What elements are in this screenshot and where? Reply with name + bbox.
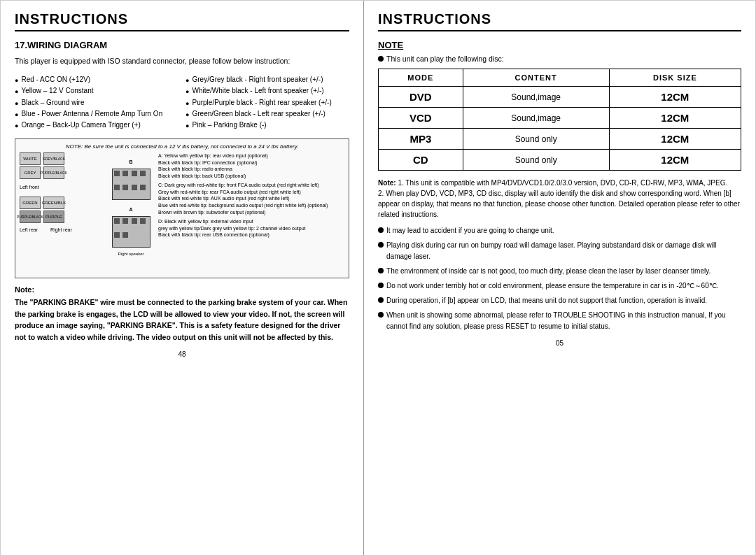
cd-mode: CD <box>379 150 463 171</box>
bullet-text-2: The environment of inside car is not goo… <box>386 266 710 277</box>
right-page-number: 05 <box>378 339 741 347</box>
right-speaker-label: Right speaker <box>118 252 144 256</box>
bullet-text-1: Playing disk during car run on bumpy roa… <box>386 240 741 262</box>
connector-label-b: B <box>129 159 132 164</box>
bullet-icon <box>378 297 384 303</box>
bullets-right: ●Grey/Grey black - Right front speaker (… <box>186 74 349 131</box>
speaker-boxes: WHITE GREY GREY/BLACK PURPLE/BLACK Left … <box>20 152 104 256</box>
left-page-number: 48 <box>15 350 349 358</box>
wire-note-3: Black with black tip: back USB (optional… <box>158 173 344 180</box>
bullet-item: ●Grey/Grey black - Right front speaker (… <box>186 74 349 85</box>
table-row: VCD Sound,image 12CM <box>379 108 741 129</box>
col-mode: MODE <box>379 69 463 87</box>
speaker-row: WHITE GREY GREY/BLACK PURPLE/BLACK <box>20 152 104 179</box>
wire-note-6: Black with red-white tip: AUX audio inpu… <box>158 195 344 202</box>
parking-brake-note: The "PARKING BRAKE" wire must be connect… <box>15 297 349 343</box>
bullet-item: ●Purple/Purple black - Right rear speake… <box>186 97 349 108</box>
speaker-row-2: GREEN PURPLE/BLACK GREEN/BLK PURPLE <box>20 197 104 223</box>
wire-note-1: Black with black tip: IPC connection (op… <box>158 159 344 166</box>
bullets-left: ●Red - ACC ON (+12V) ●Yellow – 12 V Cons… <box>15 74 178 131</box>
section-title: 17.WIRING DIAGRAM <box>15 40 349 50</box>
bullet-icon <box>378 268 384 273</box>
bullet-section: ●Red - ACC ON (+12V) ●Yellow – 12 V Cons… <box>15 74 349 131</box>
wire-note-10: grey with yellow tip/Dark grey with yell… <box>158 225 344 232</box>
right-bullet-3: Do not work under terribly hot or cold e… <box>378 280 741 292</box>
connector-section: B A <box>106 159 155 256</box>
cd-content: Sound only <box>463 150 609 171</box>
wire-note-4: C: Dark grey with red-white tip: front F… <box>158 182 344 189</box>
right-bullet-5: When unit is showing some abnormal, plea… <box>378 310 741 332</box>
right-bullet-2: The environment of inside car is not goo… <box>378 266 741 277</box>
speaker-box: GREY <box>20 166 41 179</box>
bullet-item: ●Red - ACC ON (+12V) <box>15 74 178 85</box>
table-row: DVD Sound,image 12CM <box>379 87 741 108</box>
bullet-item: ●Blue - Power Antenna / Remote Amp Turn … <box>15 108 178 120</box>
parking-note-section: Note: The "PARKING BRAKE" wire must be c… <box>15 285 349 343</box>
left-header: INSTRUCTIONS <box>15 11 349 31</box>
disc-table: MODE CONTENT DISK SIZE DVD Sound,image 1… <box>378 69 741 171</box>
right-header: INSTRUCTIONS <box>378 11 741 31</box>
speaker-labels: Left rear Right rear <box>20 227 104 232</box>
mp3-mode: MP3 <box>379 129 463 150</box>
bullet-item: ●Yellow – 12 V Constant <box>15 85 178 97</box>
right-column: INSTRUCTIONS NOTE This unit can play the… <box>364 1 755 555</box>
bullet-text-4: During operation, if [b] appear on LCD, … <box>386 295 707 306</box>
speaker-box-front: GREY/BLACK <box>43 152 64 165</box>
speaker-box: WHITE <box>20 152 41 165</box>
bullet-item: ●Green/Green black - Left rear speaker (… <box>186 108 349 120</box>
col-disksize: DISK SIZE <box>609 69 741 87</box>
bullet-item: ●Orange – Back-Up Camera Trigger (+) <box>15 120 178 131</box>
left-front-label: Left front <box>20 185 104 190</box>
dvd-content: Sound,image <box>463 87 609 108</box>
right-bullet-1: Playing disk during car run on bumpy roa… <box>378 240 741 262</box>
bullet-item: ●Pink – Parking Brake (-) <box>186 120 349 131</box>
bullet-icon <box>378 312 384 318</box>
compat-note-label: Note: <box>378 179 396 187</box>
compat-note: Note: 1. This unit is compatible with MP… <box>378 178 741 220</box>
speaker-box-rear: PURPLE/BLACK <box>43 166 64 179</box>
connector-label-a: A <box>129 207 132 212</box>
left-column: INSTRUCTIONS 17.WIRING DIAGRAM This play… <box>1 1 364 555</box>
right-bullet-4: During operation, if [b] appear on LCD, … <box>378 295 741 306</box>
speaker-group: WHITE GREY <box>20 152 41 179</box>
wire-note-2: Black with black tip: radio antenna <box>158 166 344 173</box>
diagram-note: NOTE: Be sure the unit is connected to a… <box>20 143 344 150</box>
cd-size: 12CM <box>609 150 741 171</box>
dvd-mode: DVD <box>379 87 463 108</box>
green-speaker: GREEN <box>20 197 41 209</box>
wire-note-0: A: Yellow with yellow tip: rear video in… <box>158 152 344 159</box>
bullet-text-5: When unit is showing some abnormal, plea… <box>386 310 741 332</box>
speaker-group-3: GREEN PURPLE/BLACK <box>20 197 41 223</box>
mp3-content: Sound only <box>463 129 609 150</box>
bullet-icon <box>378 227 384 233</box>
wire-note-11: Black with black tip: rear USB connectio… <box>158 231 344 238</box>
intro-text: This player is equipped with ISO standar… <box>15 56 349 67</box>
bullet-text-0: It may lead to accident if you are going… <box>386 225 554 236</box>
wire-notes: A: Yellow with yellow tip: rear video in… <box>158 152 344 256</box>
vcd-size: 12CM <box>609 108 741 129</box>
wire-note-8: Brown with brown tip: subwoofer output (… <box>158 209 344 216</box>
bullet-dot-icon <box>378 56 384 62</box>
speaker-group-2: GREY/BLACK PURPLE/BLACK <box>43 152 64 179</box>
bullet-icon <box>378 283 384 288</box>
wiring-diagram: NOTE: Be sure the unit is connected to a… <box>15 138 349 278</box>
connector-b <box>112 169 150 200</box>
connector-a <box>112 216 150 248</box>
wire-note-7: Blue with red-white tip: background audi… <box>158 202 344 209</box>
green-black-speaker: GREEN/BLK <box>43 197 64 209</box>
table-row: MP3 Sound only 12CM <box>379 129 741 150</box>
wire-note-5: Grey with red-white tip: rear FCA audio … <box>158 189 344 196</box>
disc-intro-text: This unit can play the following disc: <box>386 55 504 63</box>
note-heading: NOTE <box>378 40 741 50</box>
disc-intro: This unit can play the following disc: <box>378 55 741 63</box>
col-content: CONTENT <box>463 69 609 87</box>
diagram-inner: WHITE GREY GREY/BLACK PURPLE/BLACK Left … <box>20 152 344 256</box>
bullet-item: ●Black – Ground wire <box>15 97 178 108</box>
note-title: Note: <box>15 285 349 294</box>
wire-note-9: D: Black with yellow tip: external video… <box>158 218 344 225</box>
bullet-icon <box>378 242 384 248</box>
bullet-text-3: Do not work under terribly hot or cold e… <box>386 280 718 292</box>
right-rear-label: Right rear <box>50 227 72 232</box>
table-header-row: MODE CONTENT DISK SIZE <box>379 69 741 87</box>
dvd-size: 12CM <box>609 87 741 108</box>
